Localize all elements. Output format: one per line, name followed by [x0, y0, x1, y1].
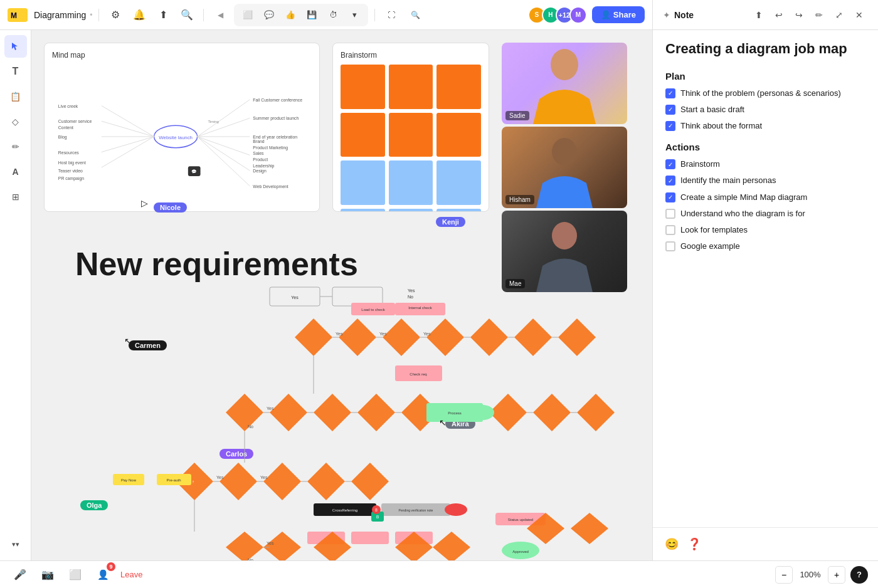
checklist-label-4: Identify the main personas — [680, 175, 776, 186]
notifications-btn[interactable]: 🔔 — [129, 5, 149, 25]
share-export-btn[interactable]: ⬆ — [153, 5, 173, 25]
svg-marker-103 — [226, 532, 263, 560]
checkbox-6[interactable] — [665, 209, 675, 219]
svg-text:Host big event: Host big event — [58, 160, 86, 165]
svg-line-21 — [102, 121, 154, 137]
note-close-btn[interactable]: ✕ — [850, 6, 868, 24]
svg-line-9 — [198, 137, 250, 186]
sticky-tool[interactable]: 📋 — [4, 85, 27, 108]
participants-btn-wrap: 👤 9 — [93, 565, 113, 585]
miro-logo-icon: M — [8, 8, 28, 22]
more-tools-btn[interactable]: ▾ — [344, 5, 364, 25]
frame-tool[interactable]: ⊞ — [4, 186, 27, 208]
bottom-right-tools: − 100% + ? — [775, 566, 868, 584]
board-title[interactable]: Diagramming — [34, 10, 86, 20]
reaction-tool-btn[interactable]: 👍 — [280, 5, 300, 25]
microphone-btn[interactable]: 🎤 — [10, 565, 30, 585]
svg-text:Yes: Yes — [336, 332, 343, 336]
svg-text:No: No — [248, 558, 253, 560]
timer-tool-btn[interactable]: ⏱ — [323, 5, 343, 25]
share-button[interactable]: 👤 Share — [592, 6, 645, 23]
select-tool[interactable] — [4, 35, 27, 58]
note-redo-btn[interactable]: ↪ — [790, 6, 808, 24]
sticky-note-5 — [389, 113, 433, 157]
note-help-btn[interactable]: ❓ — [685, 535, 703, 553]
note-section-plan: Plan ✓ Think of the problem (personas & … — [665, 71, 865, 132]
svg-text:Yes: Yes — [267, 541, 274, 545]
svg-text:PR campaign: PR campaign — [58, 176, 84, 181]
checkbox-4[interactable]: ✓ — [665, 176, 675, 186]
svg-marker-116 — [571, 513, 608, 544]
checklist-item-4: ✓ Identify the main personas — [665, 175, 865, 186]
cursor-tool-btn[interactable]: ⛶ — [381, 5, 401, 25]
zoom-minus-btn[interactable]: − — [775, 566, 793, 584]
bottom-toolbar: 🎤 📷 ⬜ 👤 9 Leave − 100% + ? — [0, 560, 878, 588]
sticky-note-11 — [389, 209, 433, 212]
svg-marker-47 — [383, 318, 420, 356]
avatar-mae[interactable]: M — [569, 6, 587, 24]
text-large-tool[interactable]: A — [4, 160, 27, 183]
zoom-plus-btn[interactable]: + — [828, 566, 845, 584]
note-expand-btn[interactable]: ⤢ — [830, 6, 848, 24]
checkbox-7[interactable] — [665, 225, 675, 235]
miro-logo[interactable]: M — [8, 8, 28, 22]
checkbox-8[interactable] — [665, 241, 675, 251]
checkbox-0[interactable]: ✓ — [665, 88, 675, 98]
search-btn[interactable]: 🔍 — [177, 5, 197, 25]
svg-text:Yes: Yes — [423, 332, 431, 336]
more-tools-sidebar-btn[interactable]: ▾▾ — [4, 533, 27, 555]
note-export-btn[interactable]: ⬆ — [750, 6, 768, 24]
checklist-label-0: Think of the problem (personas & scenari… — [680, 88, 841, 99]
brainstorm-panel: Brainstorm — [332, 43, 489, 212]
screen-share-btn[interactable]: ⬜ — [65, 565, 85, 585]
svg-text:Brand: Brand — [253, 139, 265, 144]
user-label-kenji: Kenji — [436, 217, 465, 227]
svg-text:Timing: Timing — [208, 120, 219, 123]
svg-text:Fall Customer conference: Fall Customer conference — [253, 98, 302, 102]
cursor-icon — [11, 41, 21, 51]
actions-section-title: Actions — [665, 142, 865, 152]
checklist-label-6: Understand who the diagram is for — [680, 208, 805, 219]
nav-back-btn[interactable]: ◀ — [210, 5, 230, 25]
cursor-akira: ↖ — [439, 417, 447, 428]
svg-text:Pending verification note: Pending verification note — [399, 508, 433, 512]
svg-text:Leadership: Leadership — [253, 164, 274, 169]
svg-text:Teaser video: Teaser video — [58, 169, 83, 173]
checkbox-2[interactable]: ✓ — [665, 121, 675, 131]
note-edit-btn[interactable]: ✏ — [810, 6, 828, 24]
mind-map-diagram: Website launch Fall Customer conference … — [52, 65, 312, 202]
flowchart-area: Yes Yes No Yes — [69, 268, 633, 560]
svg-text:No: No — [408, 295, 413, 299]
sticky-note-9 — [436, 160, 481, 205]
svg-line-5 — [198, 118, 250, 137]
checkbox-5[interactable]: ✓ — [665, 192, 675, 202]
sticky-icon: 📋 — [10, 92, 21, 102]
svg-marker-49 — [470, 318, 508, 356]
zoom-tool-btn[interactable]: 🔍 — [405, 5, 425, 25]
plan-section-title: Plan — [665, 71, 865, 81]
svg-marker-45 — [295, 318, 332, 356]
sticky-note-12 — [436, 209, 481, 212]
comment-tool-btn[interactable]: 💬 — [259, 5, 279, 25]
note-emoji-btn[interactable]: 😊 — [663, 535, 680, 553]
checkbox-1[interactable]: ✓ — [665, 105, 675, 115]
pen-tool[interactable]: ✏ — [4, 135, 27, 158]
note-undo-btn[interactable]: ↩ — [770, 6, 788, 24]
hisham-silhouette — [502, 127, 627, 208]
settings-btn[interactable]: ⚙ — [105, 5, 125, 25]
svg-point-123 — [445, 503, 467, 516]
shapes-tool[interactable]: ◇ — [4, 110, 27, 133]
svg-text:Check req: Check req — [410, 372, 426, 376]
leave-button[interactable]: Leave — [120, 570, 142, 579]
save-tool-btn[interactable]: 💾 — [302, 5, 322, 25]
text-tool[interactable]: T — [4, 60, 27, 83]
camera-btn[interactable]: 📷 — [38, 565, 58, 585]
svg-line-7 — [198, 137, 250, 155]
help-button[interactable]: ? — [850, 566, 868, 584]
checkbox-3[interactable]: ✓ — [665, 159, 675, 169]
frame-tool-btn[interactable]: ⬜ — [238, 5, 258, 25]
svg-text:Website launch: Website launch — [159, 135, 193, 140]
svg-text:Web Development: Web Development — [253, 184, 288, 189]
svg-point-81 — [472, 405, 494, 420]
svg-text:Customer service: Customer service — [58, 119, 92, 123]
